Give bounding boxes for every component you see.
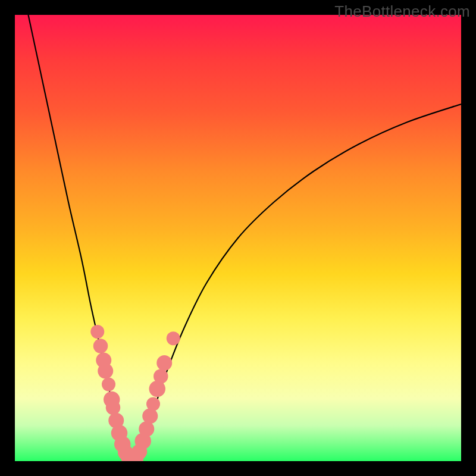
chart-frame: TheBottleneck.com [0,0,476,476]
data-marker [142,408,158,424]
data-marker [98,364,113,379]
data-marker [154,369,168,384]
data-marker [90,325,104,339]
data-marker [93,339,108,353]
plot-area [15,15,461,461]
data-marker [106,400,121,415]
curve-layer [15,15,461,461]
marker-layer [90,325,180,461]
watermark-text: TheBottleneck.com [334,2,470,21]
data-marker [146,397,160,411]
data-marker [167,331,180,345]
data-marker [139,421,154,437]
data-marker [102,378,115,392]
data-marker [156,355,172,371]
curve-right-arm [136,104,462,459]
